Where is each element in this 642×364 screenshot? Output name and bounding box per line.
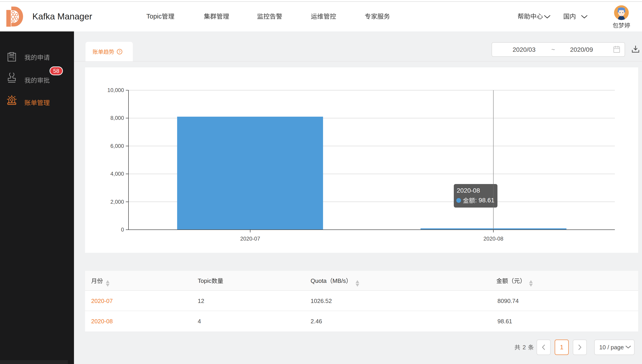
svg-text:6,000: 6,000 xyxy=(110,143,124,149)
svg-text:4,000: 4,000 xyxy=(110,171,124,177)
svg-text:0: 0 xyxy=(121,226,124,233)
svg-text:?: ? xyxy=(119,50,121,54)
svg-text:2,000: 2,000 xyxy=(110,199,124,205)
svg-text:8,000: 8,000 xyxy=(110,115,124,121)
svg-text:10,000: 10,000 xyxy=(108,87,124,93)
svg-text:2020-07: 2020-07 xyxy=(240,236,260,242)
svg-text:2020-08: 2020-08 xyxy=(483,236,503,242)
